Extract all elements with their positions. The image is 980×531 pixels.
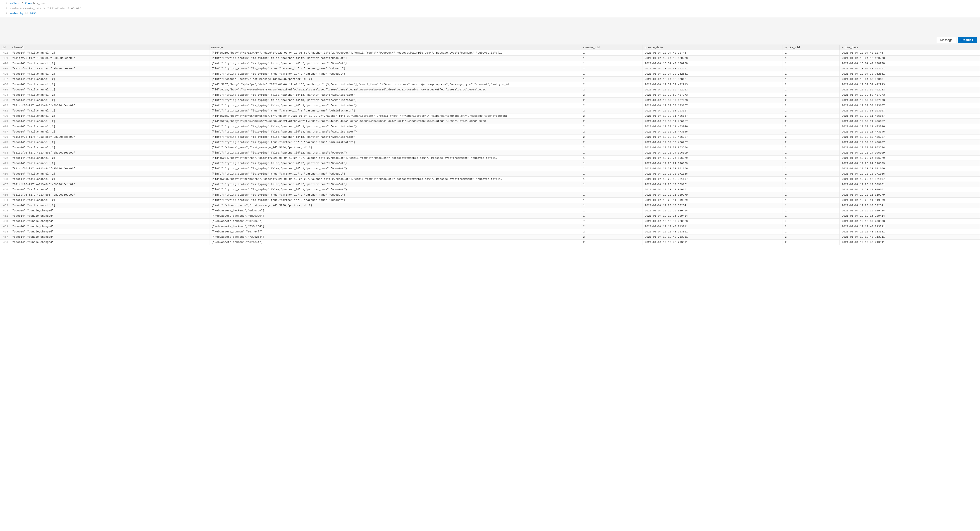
table-cell: "odoo14","mail.channel",2]: [10, 113, 209, 119]
table-cell: "odoo14","bundle_changed": [10, 208, 209, 213]
col-message: message: [209, 45, 581, 50]
table-cell: 1: [581, 56, 643, 61]
sql-content-1: select * from bus_bus: [10, 1, 45, 6]
table-cell: 484: [0, 92, 10, 98]
table-row: 465"811dbf76-f17c-4013-8c6f-3b320c6eee09…: [0, 192, 980, 198]
table-cell: {"info":"channel_seen","last_message_id"…: [209, 145, 581, 150]
table-cell: {"id":5258,"body":"<p>\u4e0d\u5e78\u7684…: [209, 87, 581, 92]
sql-editor[interactable]: 1 select * from bus_bus 2 --where create…: [0, 0, 980, 17]
sql-star: *: [22, 2, 25, 5]
table-cell: 474: [0, 145, 10, 150]
table-cell: 1: [783, 56, 840, 61]
table-cell: 2021-01-04 13:04:33.07318: [840, 76, 980, 82]
table-cell: ["web.assets_backend","6dc93b9"]: [209, 213, 581, 219]
table-cell: 2021-01-04 12:39:59.492913: [643, 82, 783, 87]
table-row: 483"odoo14","mail.channel",2]{"info":"ty…: [0, 98, 980, 103]
table-cell: {"id":5257,"body":"<p></p>","date":"2021…: [209, 82, 581, 87]
table-cell: 1: [581, 150, 643, 156]
line-number-2: 2: [2, 6, 7, 11]
table-cell: 2: [581, 108, 643, 113]
table-cell: 1: [581, 156, 643, 161]
table-cell: "odoo14","mail.channel",2]: [10, 92, 209, 98]
table-cell: 461: [0, 213, 10, 219]
table-cell: 2021-01-04 12:32:10.436287: [840, 135, 980, 140]
table-cell: "odoo14","mail.channel",2]: [10, 72, 209, 76]
table-row: 467"811dbf76-f17c-4013-8c6f-3b320c6eee09…: [0, 182, 980, 187]
table-cell: {"info":"typing_status","is_typing":true…: [209, 72, 581, 76]
table-cell: "odoo14","mail.channel",2]: [10, 119, 209, 124]
table-cell: 2: [581, 140, 643, 145]
table-cell: 2021-01-04 12:23:12.809161: [643, 182, 783, 187]
table-cell: 2: [581, 240, 643, 245]
table-cell: 1: [581, 187, 643, 192]
table-cell: 2: [581, 229, 643, 234]
table-cell: 2021-01-04 12:32:10.436287: [840, 140, 980, 145]
table-cell: ["web.assets_backend","6dc93b9"]: [209, 208, 581, 213]
table-cell: 2021-01-04 12:32:10.436287: [643, 135, 783, 140]
table-cell: 2: [581, 103, 643, 108]
col-create-uid: create_uid: [581, 45, 643, 50]
table-cell: 2: [783, 119, 840, 124]
table-cell: 1: [581, 203, 643, 208]
sql-comment: --where create_date > '2021-01-04 13:05:…: [10, 6, 81, 11]
table-cell: {"info":"typing_status","is_typing":fals…: [209, 124, 581, 129]
table-cell: 492: [0, 50, 10, 56]
table-cell: 481: [0, 108, 10, 113]
keyword-orderby: order by: [10, 12, 23, 15]
table-row: 472"odoo14","mail.channel",2]{"id":5254,…: [0, 156, 980, 161]
table-cell: 2021-01-04 13:04:38.752651: [840, 66, 980, 72]
table-cell: 2: [581, 113, 643, 119]
results-container[interactable]: id channel message create_uid create_dat…: [0, 45, 980, 531]
table-cell: 2021-01-04 12:23:12.821197: [840, 176, 980, 182]
table-cell: 2: [581, 124, 643, 129]
table-cell: {"info":"typing_status","is_typing":true…: [209, 192, 581, 198]
table-row: 474"odoo14","mail.channel",2]{"info":"ch…: [0, 145, 980, 150]
table-cell: 2021-01-04 12:19:15.029414: [643, 213, 783, 219]
table-row: 491"811dbf76-f17c-4013-8c6f-3b320c6eee09…: [0, 56, 980, 61]
table-cell: 476: [0, 135, 10, 140]
table-cell: 2021-01-04 12:32:11.473046: [840, 124, 980, 129]
table-cell: 467: [0, 182, 10, 187]
table-cell: 459: [0, 224, 10, 229]
table-cell: "odoo14","mail.channel",2]: [10, 98, 209, 103]
table-cell: 2021-01-04 12:32:08.863574: [643, 145, 783, 150]
table-cell: 1: [581, 213, 643, 219]
table-row: 488"odoo14","mail.channel",2]{"info":"ty…: [0, 72, 980, 76]
table-cell: 2021-01-04 12:23:11.819979: [643, 198, 783, 203]
table-cell: 1: [581, 72, 643, 76]
table-cell: 2: [783, 113, 840, 119]
table-cell: 2021-01-04 12:12:43.713011: [643, 224, 783, 229]
table-cell: ["web.assets_common","30723e8"]: [209, 219, 581, 224]
table-cell: 1: [581, 66, 643, 72]
table-cell: 1: [783, 150, 840, 156]
table-cell: "odoo14","mail.channel",2]: [10, 140, 209, 145]
table-cell: "odoo14","bundle_changed": [10, 219, 209, 224]
table-row: 463"odoo14","mail.channel",2]{"info":"ch…: [0, 203, 980, 208]
table-cell: "811dbf76-f17c-4013-8c6f-3b320c6eee09": [10, 166, 209, 171]
table-cell: 462: [0, 208, 10, 213]
table-cell: {"info":"typing_status","is_typing":fals…: [209, 56, 581, 61]
table-row: 487"odoo14","mail.channel",2]{"info":"ch…: [0, 76, 980, 82]
table-cell: ["web.assets_backend","738c264"]: [209, 234, 581, 240]
results-table: id channel message create_uid create_dat…: [0, 45, 980, 245]
table-cell: 2: [581, 234, 643, 240]
line-number-3: 3: [2, 11, 7, 16]
table-cell: 2021-01-04 12:39:59.492913: [643, 87, 783, 92]
sql-line-3: 3 order by id DESC: [0, 11, 980, 16]
table-cell: 483: [0, 98, 10, 103]
table-cell: "odoo14","mail.channel",2]: [10, 176, 209, 182]
result-button[interactable]: Result 1: [958, 37, 977, 43]
table-cell: 2: [581, 82, 643, 87]
table-cell: "odoo14","bundle_changed": [10, 229, 209, 234]
table-row: 458"odoo14","bundle_changed"["web.assets…: [0, 229, 980, 234]
table-cell: 1: [581, 50, 643, 56]
table-cell: 1: [581, 166, 643, 171]
message-button[interactable]: Message: [937, 37, 956, 43]
table-row: 480"odoo14","mail.channel",2]{"id":5255,…: [0, 113, 980, 119]
table-cell: 486: [0, 82, 10, 87]
table-cell: 478: [0, 124, 10, 129]
table-cell: 2: [581, 119, 643, 124]
table-cell: 2021-01-04 12:39:59.437973: [643, 92, 783, 98]
table-row: 473"811dbf76-f17c-4013-8c6f-3b320c6eee09…: [0, 150, 980, 156]
table-cell: 2021-01-04 13:04:33.07318: [643, 76, 783, 82]
